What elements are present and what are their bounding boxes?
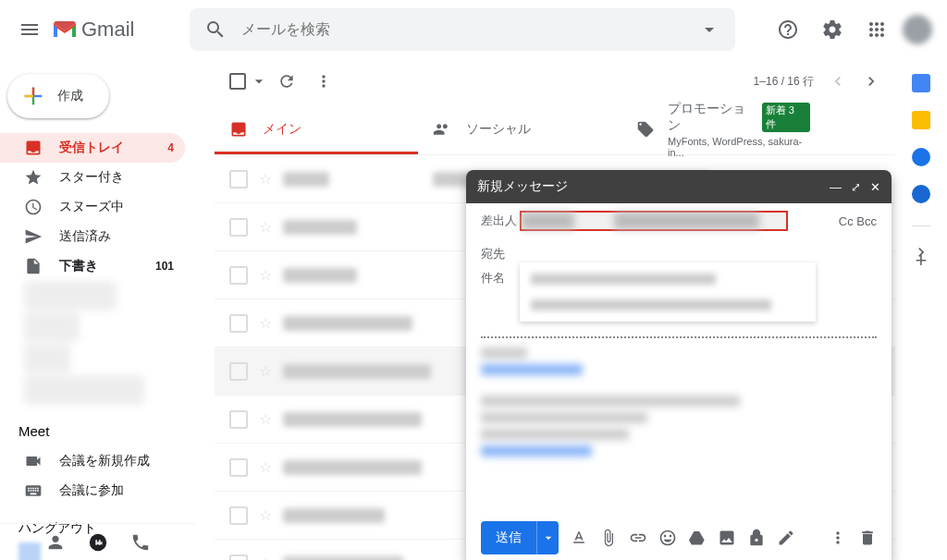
nav-label: スヌーズ中 bbox=[59, 199, 124, 215]
compose-header[interactable]: 新規メッセージ — ⤢ ✕ bbox=[466, 170, 892, 203]
tab-promotions[interactable]: プロモーション 新着 3 件 MyFonts, WordPress, sakur… bbox=[621, 103, 825, 154]
compose-body[interactable] bbox=[466, 322, 892, 516]
tab-label: プロモーション bbox=[668, 101, 756, 134]
help-icon[interactable] bbox=[769, 11, 806, 48]
nav-drafts[interactable]: 下書き 101 bbox=[0, 251, 185, 281]
row-checkbox[interactable] bbox=[229, 506, 248, 525]
compose-label: 作成 bbox=[57, 88, 83, 104]
row-checkbox[interactable] bbox=[229, 410, 248, 429]
row-checkbox[interactable] bbox=[229, 362, 248, 381]
tasks-icon[interactable] bbox=[912, 148, 930, 166]
next-page-icon[interactable] bbox=[862, 72, 880, 91]
star-icon[interactable]: ☆ bbox=[259, 362, 272, 380]
keep-icon[interactable] bbox=[912, 111, 930, 129]
search-box[interactable] bbox=[190, 8, 735, 51]
sender-blurred bbox=[283, 316, 412, 331]
send-options-button[interactable] bbox=[536, 521, 559, 554]
row-checkbox[interactable] bbox=[229, 314, 248, 333]
row-checkbox[interactable] bbox=[229, 266, 248, 285]
inbox-icon bbox=[24, 139, 43, 157]
drive-icon[interactable] bbox=[688, 529, 707, 547]
dropdown-option[interactable] bbox=[520, 292, 816, 318]
close-icon[interactable]: ✕ bbox=[870, 180, 880, 194]
tab-social[interactable]: ソーシャル bbox=[418, 103, 621, 154]
row-checkbox[interactable] bbox=[229, 458, 248, 477]
send-button[interactable]: 送信 bbox=[481, 521, 536, 554]
nav-snoozed[interactable]: スヌーズ中 bbox=[0, 192, 185, 222]
refresh-icon[interactable] bbox=[277, 72, 296, 91]
send-icon bbox=[24, 227, 43, 246]
star-icon[interactable]: ☆ bbox=[259, 218, 272, 236]
apps-icon[interactable] bbox=[858, 11, 895, 48]
nav-count: 4 bbox=[167, 141, 174, 154]
emoji-icon[interactable] bbox=[658, 529, 677, 547]
star-icon[interactable]: ☆ bbox=[259, 314, 272, 332]
row-checkbox[interactable] bbox=[229, 554, 248, 561]
expand-icon[interactable]: ⤢ bbox=[851, 180, 861, 194]
lock-icon[interactable] bbox=[747, 529, 766, 547]
to-field[interactable]: 宛先 bbox=[466, 238, 892, 262]
sender-blurred bbox=[283, 508, 385, 523]
person-icon[interactable] bbox=[45, 532, 66, 553]
nav-label: 会議に参加 bbox=[59, 482, 124, 499]
star-icon[interactable]: ☆ bbox=[259, 458, 272, 476]
bcc-link[interactable]: Bcc bbox=[856, 214, 877, 228]
nav-label: 下書き bbox=[59, 258, 98, 274]
compose-button[interactable]: 作成 bbox=[7, 74, 109, 118]
dropdown-option[interactable] bbox=[520, 266, 816, 292]
more-icon[interactable] bbox=[314, 72, 333, 91]
format-icon[interactable] bbox=[570, 529, 588, 547]
nav-blurred bbox=[24, 344, 70, 373]
star-icon[interactable]: ☆ bbox=[259, 410, 272, 428]
cc-link[interactable]: Cc bbox=[839, 214, 854, 228]
calendar-icon[interactable] bbox=[912, 74, 930, 92]
gmail-logo[interactable]: Gmail bbox=[52, 18, 134, 42]
nav-sent[interactable]: 送信済み bbox=[0, 222, 185, 251]
trash-icon[interactable] bbox=[858, 529, 877, 547]
tab-label: ソーシャル bbox=[466, 121, 531, 138]
row-checkbox[interactable] bbox=[229, 170, 248, 189]
select-all-checkbox[interactable] bbox=[229, 72, 268, 91]
settings-icon[interactable] bbox=[814, 11, 851, 48]
compose-window: 新規メッセージ — ⤢ ✕ 差出人 Cc Bcc 宛先 件名 送信 bbox=[466, 170, 892, 560]
minimize-icon[interactable]: — bbox=[830, 180, 842, 194]
hangouts-icon[interactable] bbox=[88, 532, 108, 553]
inbox-tab-icon bbox=[229, 120, 248, 139]
draft-icon bbox=[24, 257, 43, 275]
star-icon[interactable]: ☆ bbox=[259, 554, 272, 560]
search-input[interactable] bbox=[234, 21, 691, 38]
promo-subtitle: MyFonts, WordPress, sakura-in... bbox=[668, 136, 810, 158]
more-options-icon[interactable] bbox=[829, 529, 847, 547]
row-checkbox[interactable] bbox=[229, 218, 248, 237]
subject-field[interactable]: 件名 bbox=[466, 262, 535, 294]
search-dropdown-icon[interactable] bbox=[691, 11, 728, 48]
clock-icon bbox=[24, 198, 43, 216]
from-value-highlighted[interactable] bbox=[520, 211, 788, 231]
meet-new[interactable]: 会議を新規作成 bbox=[0, 446, 185, 476]
search-icon[interactable] bbox=[197, 11, 234, 48]
divider bbox=[912, 225, 930, 226]
nav-starred[interactable]: スター付き bbox=[0, 163, 185, 192]
main-menu-button[interactable] bbox=[7, 7, 52, 52]
image-icon[interactable] bbox=[718, 529, 736, 547]
phone-icon[interactable] bbox=[130, 532, 151, 553]
keyboard-icon bbox=[24, 481, 43, 500]
expand-panel-icon[interactable] bbox=[912, 243, 930, 262]
meet-join[interactable]: 会議に参加 bbox=[0, 476, 185, 505]
prev-page-icon[interactable] bbox=[829, 72, 847, 91]
from-field[interactable]: 差出人 Cc Bcc bbox=[466, 203, 892, 238]
sender-blurred bbox=[283, 556, 403, 561]
star-icon[interactable]: ☆ bbox=[259, 266, 272, 284]
nav-label: 会議を新規作成 bbox=[59, 453, 150, 469]
account-avatar[interactable] bbox=[903, 15, 932, 44]
to-label: 宛先 bbox=[481, 246, 520, 262]
tab-primary[interactable]: メイン bbox=[215, 103, 418, 154]
contacts-icon[interactable] bbox=[912, 185, 930, 203]
link-icon[interactable] bbox=[629, 529, 647, 547]
star-icon[interactable]: ☆ bbox=[259, 170, 272, 188]
pen-icon[interactable] bbox=[777, 529, 795, 547]
nav-blurred bbox=[24, 281, 117, 310]
nav-inbox[interactable]: 受信トレイ 4 bbox=[0, 133, 185, 163]
attach-icon[interactable] bbox=[599, 529, 618, 547]
star-icon[interactable]: ☆ bbox=[259, 506, 272, 524]
